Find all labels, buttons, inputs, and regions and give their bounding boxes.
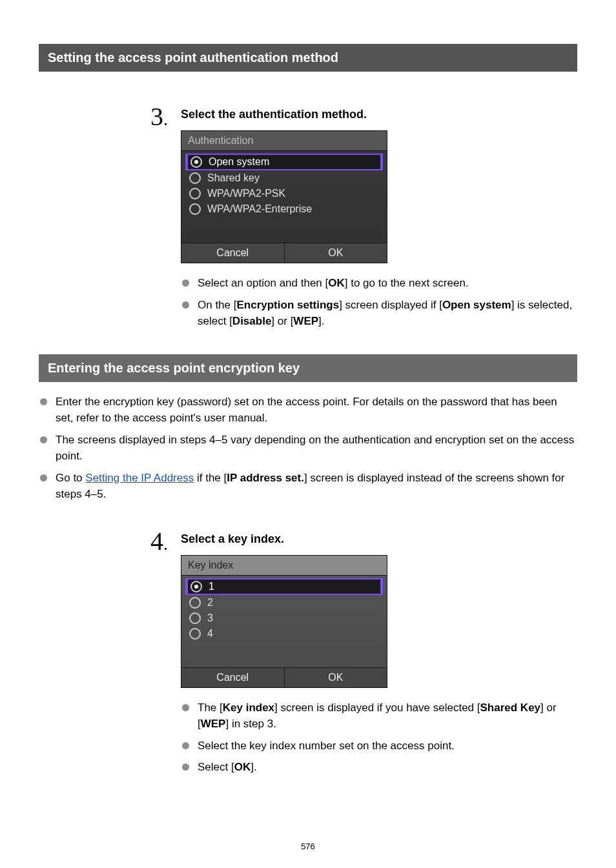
text: ] or [ <box>271 315 293 327</box>
radio-icon <box>189 203 201 215</box>
step-number-value: 3 <box>150 102 163 131</box>
key-index-option-4[interactable]: 4 <box>185 626 383 641</box>
enc-intro-3: Go to Setting the IP Address if the [IP … <box>39 470 577 503</box>
text-bold: WEP <box>293 315 318 327</box>
dialog-title: Key index <box>181 556 387 576</box>
radio-icon <box>189 172 201 184</box>
key-index-option-3[interactable]: 3 <box>185 611 383 626</box>
encryption-intro-list: Enter the encryption key (password) set … <box>39 394 577 503</box>
step-3-note-1: Select an option and then [OK] to go to … <box>181 275 577 292</box>
text-bold: Open system <box>442 299 511 311</box>
radio-selected-icon <box>190 581 202 592</box>
radio-icon <box>189 597 201 609</box>
text-bold: Shared Key <box>480 701 541 714</box>
section-header-auth: Setting the access point authentication … <box>39 44 577 72</box>
text: ] screen displayed if [ <box>339 299 442 311</box>
option-label: 1 <box>209 581 214 592</box>
text: The [ <box>198 701 223 714</box>
radio-selected-icon <box>190 156 202 168</box>
dialog-body: Open system Shared key WPA/WPA2-PSK WPA/… <box>181 151 387 243</box>
ok-button[interactable]: OK <box>284 668 387 687</box>
step-4-content: Select a key index. Key index 1 2 3 <box>172 532 577 781</box>
dialog-buttons: Cancel OK <box>181 243 387 263</box>
text-bold: OK <box>234 761 251 773</box>
step-number-dot: . <box>163 109 168 129</box>
option-label: Open system <box>209 156 269 168</box>
text-bold: OK <box>328 277 345 289</box>
step-number-value: 4 <box>150 527 163 556</box>
step-3: 3. Select the authentication method. Aut… <box>123 108 577 335</box>
text: ] in step 3. <box>225 718 276 730</box>
auth-option-wpa-enterprise[interactable]: WPA/WPA2-Enterprise <box>185 201 383 217</box>
text: ] to go to the next screen. <box>345 277 469 289</box>
text: if the [ <box>194 472 227 484</box>
text-bold: Key index <box>223 701 274 714</box>
radio-icon <box>189 188 201 199</box>
ok-button[interactable]: OK <box>284 243 387 263</box>
step-3-title: Select the authentication method. <box>181 108 577 121</box>
step-4-note-2: Select the key index number set on the a… <box>181 738 577 754</box>
text: Select [ <box>198 761 234 773</box>
cancel-button[interactable]: Cancel <box>181 243 284 263</box>
key-index-option-2[interactable]: 2 <box>185 595 383 611</box>
dialog-body: 1 2 3 4 <box>181 576 387 667</box>
option-label: WPA/WPA2-PSK <box>207 188 285 199</box>
step-3-content: Select the authentication method. Authen… <box>172 108 577 335</box>
text: ] screen is displayed if you have select… <box>274 701 480 714</box>
radio-icon <box>189 628 201 640</box>
option-label: 4 <box>207 628 213 640</box>
step-number: 4. <box>123 529 172 554</box>
ip-address-link[interactable]: Setting the IP Address <box>85 472 194 484</box>
step-4-title: Select a key index. <box>181 532 577 546</box>
option-label: 3 <box>207 612 213 624</box>
dialog-title: Authentication <box>181 131 387 151</box>
text-bold: IP address set. <box>227 472 304 484</box>
cancel-button[interactable]: Cancel <box>181 668 284 687</box>
authentication-dialog: Authentication Open system Shared key WP… <box>181 130 387 263</box>
step-3-notes: Select an option and then [OK] to go to … <box>181 275 577 330</box>
page: Setting the access point authentication … <box>0 0 616 868</box>
step-number-dot: . <box>163 534 168 554</box>
text: Select an option and then [ <box>198 277 328 289</box>
key-index-dialog: Key index 1 2 3 <box>181 555 387 688</box>
enc-intro-2: The screens displayed in steps 4–5 vary … <box>39 432 577 465</box>
option-label: Shared key <box>207 172 260 184</box>
dialog-spacer <box>185 217 383 241</box>
option-label: WPA/WPA2-Enterprise <box>207 203 312 215</box>
section-header-encryption: Entering the access point encryption key <box>39 354 577 382</box>
step-4-notes: The [Key index] screen is displayed if y… <box>181 700 577 776</box>
auth-option-shared-key[interactable]: Shared key <box>185 170 383 186</box>
step-4-note-1: The [Key index] screen is displayed if y… <box>181 700 577 732</box>
dialog-spacer <box>185 641 383 666</box>
text-bold: Encryption settings <box>236 299 339 311</box>
text-bold: Disable <box>232 315 271 327</box>
enc-intro-1: Enter the encryption key (password) set … <box>39 394 577 427</box>
text-bold: WEP <box>201 718 226 730</box>
key-index-option-1[interactable]: 1 <box>185 578 383 595</box>
option-label: 2 <box>207 597 213 609</box>
text: ]. <box>251 761 256 773</box>
auth-option-open-system[interactable]: Open system <box>185 154 383 170</box>
dialog-buttons: Cancel OK <box>181 667 387 687</box>
step-4: 4. Select a key index. Key index 1 2 <box>123 532 577 781</box>
page-number: 576 <box>0 842 616 851</box>
step-4-note-3: Select [OK]. <box>181 759 577 776</box>
radio-icon <box>189 612 201 624</box>
text: Go to <box>56 472 85 484</box>
text: On the [ <box>198 299 236 311</box>
text: ]. <box>318 315 324 327</box>
step-3-note-2: On the [Encryption settings] screen disp… <box>181 297 577 330</box>
step-number: 3. <box>123 104 172 130</box>
auth-option-wpa-psk[interactable]: WPA/WPA2-PSK <box>185 186 383 201</box>
